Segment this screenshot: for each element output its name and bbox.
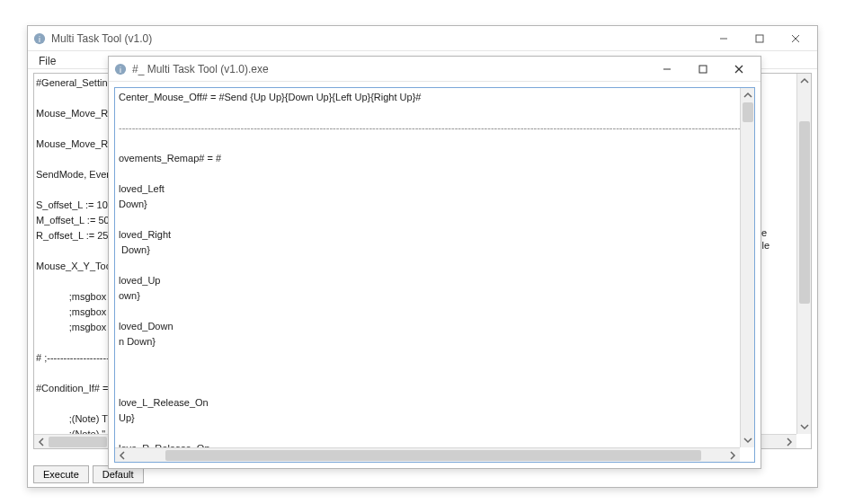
svg-rect-9 <box>699 66 707 73</box>
minimize-button[interactable] <box>706 26 742 51</box>
main-vscroll-thumb[interactable] <box>799 121 810 304</box>
menu-file[interactable]: File <box>33 53 61 69</box>
editor-title: #_ Multi Task Tool (v1.0).exe <box>132 63 649 75</box>
scroll-right-icon[interactable] <box>725 448 740 463</box>
scroll-right-icon[interactable] <box>782 435 796 449</box>
maximize-button[interactable] <box>742 26 778 51</box>
close-button[interactable] <box>778 26 814 51</box>
svg-text:i: i <box>120 65 121 74</box>
app-icon: i <box>33 32 46 45</box>
editor-text-area[interactable]: Center_Mouse_Off# = #Send {Up Up}{Down U… <box>114 87 755 463</box>
maximize-button[interactable] <box>685 57 721 82</box>
scroll-left-icon[interactable] <box>34 435 49 449</box>
main-title: Multi Task Tool (v1.0) <box>51 32 706 45</box>
main-hscroll-thumb[interactable] <box>49 437 107 447</box>
minimize-button[interactable] <box>649 57 685 82</box>
execute-button[interactable]: Execute <box>33 465 89 483</box>
main-titlebar[interactable]: i Multi Task Tool (v1.0) <box>28 26 817 51</box>
scroll-up-icon[interactable] <box>741 88 754 102</box>
separator-line: ----------------------------------------… <box>119 120 755 136</box>
scroll-up-icon[interactable] <box>797 74 811 88</box>
editor-vertical-scrollbar[interactable] <box>740 88 754 447</box>
svg-rect-3 <box>756 35 763 42</box>
editor-text-content: Center_Mouse_Off# = #Send {Up Up}{Down U… <box>115 88 755 463</box>
svg-text:i: i <box>39 34 40 43</box>
editor-vscroll-thumb[interactable] <box>743 102 753 122</box>
scroll-down-icon[interactable] <box>741 433 754 447</box>
close-button[interactable] <box>721 57 757 82</box>
editor-hscroll-track[interactable] <box>129 448 725 462</box>
editor-hscroll-thumb[interactable] <box>165 450 702 461</box>
app-icon: i <box>114 63 127 75</box>
editor-window: i #_ Multi Task Tool (v1.0).exe Center_M… <box>108 56 761 469</box>
editor-vscroll-track[interactable] <box>741 102 754 433</box>
main-vscroll-track[interactable] <box>797 88 811 420</box>
main-vertical-scrollbar[interactable] <box>796 74 811 434</box>
editor-titlebar[interactable]: i #_ Multi Task Tool (v1.0).exe <box>109 57 761 82</box>
scroll-down-icon[interactable] <box>797 420 811 434</box>
scroll-left-icon[interactable] <box>115 448 129 463</box>
editor-horizontal-scrollbar[interactable] <box>115 447 740 462</box>
